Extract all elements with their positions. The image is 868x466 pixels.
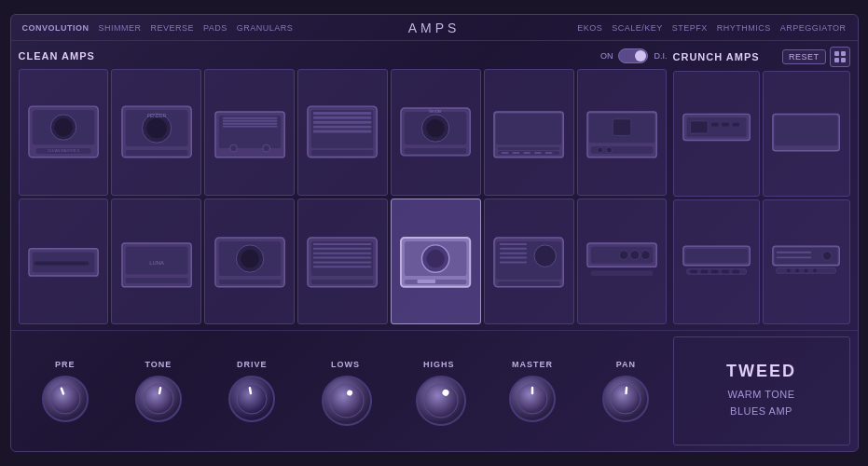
svg-rect-110 bbox=[732, 269, 739, 273]
svg-rect-84 bbox=[498, 281, 559, 286]
knob-pan[interactable] bbox=[601, 375, 650, 423]
amp-cell-4[interactable]: fender bbox=[391, 69, 481, 196]
reset-button[interactable]: RESET bbox=[782, 49, 826, 64]
svg-rect-23 bbox=[313, 116, 372, 119]
nav-arpeggiator[interactable]: ARPEGGIATOR bbox=[780, 23, 847, 33]
knob-group-highs: HIGHS bbox=[415, 360, 463, 423]
knob-group-tone: TONE bbox=[134, 360, 183, 423]
svg-rect-60 bbox=[218, 280, 280, 284]
svg-point-134 bbox=[424, 384, 458, 418]
svg-point-48 bbox=[606, 147, 612, 153]
knob-label-lows: LOWS bbox=[331, 360, 360, 369]
clean-amps-section: CLEAN AMPS ON D.I. bbox=[19, 47, 668, 324]
svg-rect-93 bbox=[834, 58, 839, 62]
svg-rect-51 bbox=[34, 261, 90, 265]
amp-cell-10[interactable] bbox=[297, 199, 388, 325]
svg-rect-15 bbox=[222, 120, 277, 122]
tweed-info-box: TWEED WARM TONE BLUES AMP bbox=[673, 336, 850, 445]
nav-scalekey[interactable]: SCALE/KEY bbox=[612, 23, 663, 33]
svg-point-117 bbox=[787, 268, 791, 272]
amp-cell-6[interactable] bbox=[577, 69, 668, 196]
svg-point-3 bbox=[54, 118, 73, 137]
svg-point-19 bbox=[262, 144, 269, 152]
knob-label-master: MASTER bbox=[512, 360, 553, 369]
svg-rect-40 bbox=[523, 152, 530, 154]
page-title: AMPS bbox=[408, 21, 461, 35]
amp-cell-0[interactable]: CLEAN MASTER 8 bbox=[19, 69, 109, 196]
svg-point-119 bbox=[805, 268, 808, 272]
svg-rect-54 bbox=[126, 278, 187, 283]
svg-rect-38 bbox=[502, 152, 509, 154]
clean-amps-grid: CLEAN MASTER 8 FENDER bbox=[19, 69, 668, 324]
nav-item-pads[interactable]: PADS bbox=[203, 23, 227, 33]
svg-rect-26 bbox=[313, 130, 372, 133]
svg-point-122 bbox=[50, 384, 80, 414]
nav-item-granulars[interactable]: GRANULARS bbox=[237, 23, 294, 33]
svg-point-88 bbox=[630, 251, 640, 260]
svg-point-9 bbox=[146, 118, 166, 138]
svg-rect-41 bbox=[534, 152, 542, 154]
amp-cell-7[interactable] bbox=[19, 199, 109, 325]
amp-cell-8[interactable]: LUNA bbox=[111, 199, 201, 325]
knob-lows[interactable] bbox=[321, 375, 369, 423]
knob-label-tone: TONE bbox=[145, 360, 172, 369]
svg-point-120 bbox=[813, 268, 817, 272]
knob-drive[interactable] bbox=[227, 375, 276, 423]
crunch-amps-section: CRUNCH AMPS RESET bbox=[673, 47, 850, 324]
svg-rect-45 bbox=[613, 119, 631, 136]
knob-highs[interactable] bbox=[415, 375, 463, 423]
svg-rect-27 bbox=[311, 150, 373, 156]
svg-rect-17 bbox=[222, 126, 277, 128]
svg-text:CLEAN MASTER 8: CLEAN MASTER 8 bbox=[48, 148, 79, 153]
svg-rect-24 bbox=[313, 121, 372, 124]
amp-cell-12[interactable] bbox=[484, 199, 574, 325]
knob-pre[interactable] bbox=[41, 375, 90, 423]
svg-rect-94 bbox=[841, 58, 846, 62]
nav-item-reverse[interactable]: REVERSE bbox=[151, 23, 195, 33]
knob-group-master: MASTER bbox=[508, 360, 557, 423]
svg-rect-75 bbox=[418, 280, 436, 283]
svg-rect-99 bbox=[722, 123, 729, 127]
amp-cell-11[interactable] bbox=[391, 199, 481, 325]
crunch-amp-cell-0[interactable] bbox=[673, 71, 761, 197]
svg-rect-102 bbox=[775, 116, 838, 145]
svg-point-59 bbox=[241, 250, 259, 268]
selected-amp-name: TWEED bbox=[726, 362, 796, 381]
amp-cell-13[interactable] bbox=[577, 199, 668, 325]
svg-rect-25 bbox=[313, 126, 372, 129]
nav-left: CONVOLUTION SHIMMER REVERSE PADS GRANULA… bbox=[22, 23, 294, 33]
amp-cell-2[interactable] bbox=[204, 69, 295, 196]
knob-master[interactable] bbox=[508, 375, 557, 423]
svg-rect-66 bbox=[313, 256, 372, 258]
nav-item-shimmer[interactable]: SHIMMER bbox=[99, 23, 142, 33]
nav-rhythmics[interactable]: RHYTHMICS bbox=[717, 23, 771, 33]
di-toggle[interactable] bbox=[618, 48, 648, 63]
svg-point-131 bbox=[330, 384, 364, 418]
crunch-amps-grid bbox=[673, 71, 850, 324]
svg-rect-91 bbox=[834, 51, 839, 56]
crunch-amp-cell-2[interactable] bbox=[673, 199, 761, 325]
amp-cell-1[interactable]: FENDER bbox=[111, 69, 201, 196]
amp-cell-9[interactable] bbox=[204, 199, 295, 325]
knob-label-pre: PRE bbox=[55, 360, 76, 369]
di-control: ON D.I. bbox=[600, 48, 668, 63]
knob-tone[interactable] bbox=[134, 375, 183, 423]
svg-rect-114 bbox=[777, 256, 812, 258]
on-label: ON bbox=[600, 51, 613, 61]
amp-cell-5[interactable] bbox=[484, 69, 574, 196]
knob-label-highs: HIGHS bbox=[423, 360, 455, 369]
crunch-amp-cell-1[interactable] bbox=[763, 71, 850, 197]
svg-rect-39 bbox=[513, 152, 520, 154]
svg-rect-100 bbox=[732, 123, 739, 127]
crunch-amp-cell-3[interactable] bbox=[763, 199, 850, 325]
svg-rect-113 bbox=[777, 251, 812, 253]
amp-cell-3[interactable] bbox=[297, 69, 388, 196]
svg-rect-69 bbox=[311, 280, 373, 284]
grid-view-icon[interactable] bbox=[830, 47, 850, 67]
nav-ekos[interactable]: EKOS bbox=[577, 23, 602, 33]
svg-rect-22 bbox=[313, 112, 372, 115]
nav-stepfx[interactable]: STEPFX bbox=[672, 23, 708, 33]
knob-group-pre: PRE bbox=[41, 360, 90, 423]
svg-rect-63 bbox=[313, 243, 372, 245]
content-area: CLEAN AMPS ON D.I. bbox=[11, 41, 858, 330]
